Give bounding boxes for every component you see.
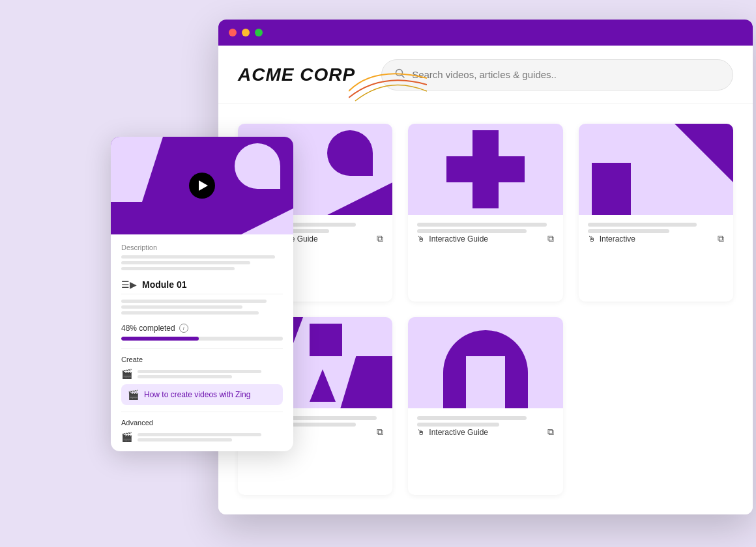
card-title-bar-3: 🖱 Interactive ⧉ — [588, 233, 724, 244]
browser-titlebar — [218, 20, 753, 46]
progress-bar-background — [121, 337, 283, 341]
panel-shape-2 — [235, 143, 280, 189]
advanced-section: Advanced 🎬 — [121, 412, 283, 442]
card-thumbnail-2 — [408, 124, 562, 215]
card-info-3: 🖱 Interactive ⧉ — [579, 215, 733, 256]
desc-line — [121, 255, 275, 259]
external-link-icon-1[interactable]: ⧉ — [377, 233, 383, 244]
card-text-lines-3 — [588, 223, 724, 233]
module-line — [121, 300, 267, 303]
card-title-bar-2: 🖱 Interactive Guide ⧉ — [417, 233, 553, 244]
card-text-lines-2 — [417, 223, 553, 233]
advanced-item-lines — [138, 433, 283, 442]
description-label: Description — [121, 244, 283, 251]
adv-line — [138, 438, 232, 442]
progress-bar-fill — [121, 337, 199, 341]
module-line — [121, 305, 242, 309]
card-line — [417, 416, 526, 420]
traffic-light-red[interactable] — [229, 29, 237, 36]
panel-body: Description ☰▶ Module 01 48% completed i — [111, 234, 293, 451]
content-card-5: 🖱 Interactive Guide ⧉ — [408, 317, 562, 495]
logo-decoration — [349, 59, 427, 104]
highlighted-link-text: How to create videos with Zing — [144, 390, 250, 399]
external-link-icon-5[interactable]: ⧉ — [547, 427, 554, 438]
play-icon — [199, 180, 208, 191]
advanced-item: 🎬 — [121, 432, 283, 442]
app-header: ACME CORP — [218, 46, 753, 104]
external-link-icon-3[interactable]: ⧉ — [718, 233, 724, 244]
browser-window: ACME CORP — [218, 20, 753, 514]
video-create-icon: 🎬 — [121, 369, 132, 379]
highlighted-video-icon: 🎬 — [128, 389, 139, 400]
content-card-2: 🖱 Interactive Guide ⧉ — [408, 124, 562, 302]
card-line — [588, 223, 697, 227]
card-line — [417, 229, 526, 233]
side-panel: Description ☰▶ Module 01 48% completed i — [111, 137, 293, 451]
card-info-2: 🖱 Interactive Guide ⧉ — [408, 215, 562, 256]
content-card-3: 🖱 Interactive ⧉ — [579, 124, 733, 302]
search-bar[interactable] — [381, 59, 733, 91]
adv-line — [138, 433, 261, 436]
panel-shape-1 — [111, 137, 163, 202]
card-text-lines-5 — [417, 416, 553, 427]
progress-label: 48% completed i — [121, 324, 283, 333]
desc-line — [121, 267, 235, 270]
browser-content: ACME CORP — [218, 46, 753, 514]
desc-line — [121, 261, 250, 264]
card-thumbnail-3 — [579, 124, 733, 215]
card-title-bar-5: 🖱 Interactive Guide ⧉ — [417, 427, 553, 438]
module-line — [121, 311, 259, 315]
create-item-lines — [138, 370, 283, 378]
card-line — [417, 423, 499, 427]
advanced-icon: 🎬 — [121, 432, 132, 442]
module-section-header: ☰▶ Module 01 — [121, 279, 283, 290]
module-title: Module 01 — [142, 279, 186, 290]
card-line — [417, 223, 547, 227]
card-label-3: 🖱 Interactive — [588, 234, 635, 244]
card-thumbnail-5 — [408, 317, 562, 408]
advanced-section-label: Advanced — [121, 419, 283, 427]
play-button[interactable] — [189, 173, 215, 199]
external-link-icon-4[interactable]: ⧉ — [377, 427, 383, 438]
create-item-line — [138, 375, 232, 378]
content-grid: 🖱 Interactive Guide ⧉ — [218, 104, 753, 514]
panel-video-thumbnail[interactable] — [111, 137, 293, 234]
highlighted-link-item[interactable]: 🎬 How to create videos with Zing — [121, 384, 283, 405]
create-item-line — [138, 370, 261, 373]
traffic-light-yellow[interactable] — [242, 29, 250, 36]
description-lines — [121, 255, 283, 270]
info-icon[interactable]: i — [179, 324, 188, 333]
cursor-icon: 🖱 — [588, 234, 596, 244]
traffic-light-green[interactable] — [255, 29, 263, 36]
card-info-5: 🖱 Interactive Guide ⧉ — [408, 408, 562, 449]
progress-section: 48% completed i — [121, 324, 283, 341]
cursor-icon: 🖱 — [417, 428, 425, 437]
module-lines — [121, 294, 283, 315]
card-line — [588, 229, 670, 233]
search-input[interactable] — [412, 69, 720, 80]
card-label-2: 🖱 Interactive Guide — [417, 234, 488, 244]
create-section: Create 🎬 🎬 How to create videos with Zin… — [121, 348, 283, 405]
card-label-5: 🖱 Interactive Guide — [417, 428, 488, 437]
cursor-icon: 🖱 — [417, 234, 425, 244]
create-item: 🎬 — [121, 369, 283, 379]
module-icon: ☰▶ — [121, 279, 137, 290]
create-section-label: Create — [121, 356, 283, 363]
app-logo: ACME CORP — [238, 64, 355, 85]
panel-shape-3 — [241, 208, 293, 234]
external-link-icon-2[interactable]: ⧉ — [547, 233, 554, 244]
